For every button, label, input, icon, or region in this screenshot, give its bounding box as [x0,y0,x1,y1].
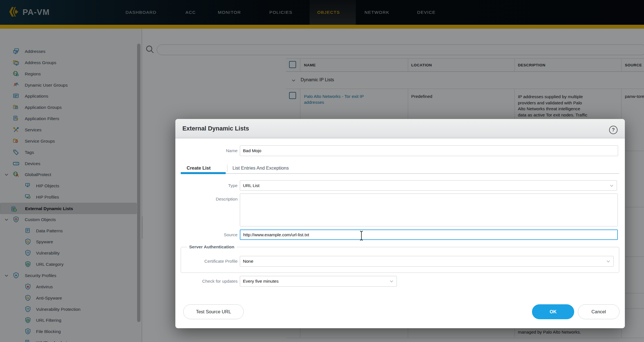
type-select-value: URL List [243,181,260,190]
server-authentication-legend: Server Authentication [187,244,237,249]
source-label: Source [175,230,238,240]
check-for-updates-value: Every five minutes [243,276,279,286]
source-field[interactable] [240,230,618,240]
tab-underline-track [181,173,619,174]
type-label: Type [175,180,238,191]
help-icon[interactable]: ? [609,126,618,134]
tab-create-list[interactable]: Create List [187,162,211,174]
certificate-profile-value: None [243,256,253,266]
type-select[interactable]: URL List [240,180,617,191]
description-field[interactable] [240,194,618,226]
tab-separator [227,165,227,172]
check-for-updates-select[interactable]: Every five minutes [240,276,397,287]
name-label: Name [175,145,238,156]
check-for-updates-label: Check for updates [175,276,238,287]
ok-button[interactable]: OK [532,304,574,319]
certificate-profile-select[interactable]: None [240,256,614,267]
dialog-title: External Dynamic Lists [182,119,249,138]
chevron-down-icon [389,278,394,284]
dialog-title-bar: External Dynamic Lists ? [175,119,625,138]
name-field[interactable] [240,145,618,156]
tab-list-entries-exceptions[interactable]: List Entries And Exceptions [232,162,289,174]
chevron-down-icon [609,183,614,188]
cancel-button[interactable]: Cancel [578,304,620,319]
certificate-profile-label: Certificate Profile [175,256,238,267]
chevron-down-icon [605,258,611,264]
active-tab-underline [181,172,226,174]
description-label: Description [175,196,238,202]
external-dynamic-lists-dialog: External Dynamic Lists ? Name Create Lis… [175,119,625,328]
screen: PA-VM DASHBOARDACCMONITORPOLICIESOBJECTS… [0,0,644,342]
text-cursor-icon [359,231,364,241]
test-source-url-button[interactable]: Test Source URL [183,304,244,319]
